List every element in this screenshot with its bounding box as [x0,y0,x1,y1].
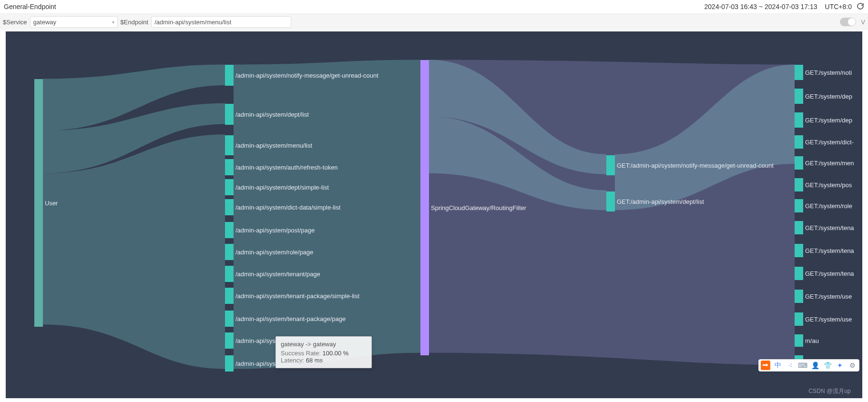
filter-bar: $Service gateway ▾ $Endpoint /admin-api/… [0,14,868,30]
sankey-node-endpoints-2[interactable]: /admin-api/system/menu/list [225,135,312,155]
sankey-node-bar [225,266,234,282]
sankey-node-label: GET:/system/tena [805,247,854,254]
sankey-node-bar [420,60,429,355]
sankey-node-endpoints-8[interactable]: /admin-api/system/tenant/page [225,266,320,282]
sankey-node-bar [795,65,803,80]
endpoint-input[interactable]: /admin-api/system/menu/list [151,16,291,28]
page-title: General-Endpoint [4,3,56,10]
chevron-down-icon: ▾ [112,20,114,25]
sankey-node-bar [795,267,803,280]
sankey-node-endpoints-10[interactable]: /admin-api/system/tenant-package/page [225,311,346,327]
timezone[interactable]: UTC+8:0 [825,3,852,10]
sankey-node-bar [795,135,803,149]
sankey-node-get_admin-1[interactable]: GET:/admin-api/system/dept/list [606,191,704,211]
shirt-icon[interactable]: 👕 [823,361,832,370]
sankey-node-label: User [45,200,58,207]
sankey-node-bar [795,334,803,347]
sankey-node-routing-0[interactable]: SpringCloudGateway/RoutingFilter [420,60,526,355]
sankey-node-label: GET:/system/use [805,316,852,323]
sankey-node-bar [795,178,803,191]
top-bar: General-Endpoint 2024-07-03 16:43 ~ 2024… [0,0,868,14]
sankey-node-bar [225,104,234,125]
sankey-node-get_system-10[interactable]: GET:/system/use [795,290,852,303]
sankey-node-bar [225,222,234,238]
sankey-node-user-0[interactable]: User [34,79,58,327]
service-select[interactable]: gateway ▾ [30,16,118,28]
view-toggle[interactable] [840,18,856,26]
sankey-node-bar [795,156,803,170]
sankey-node-label: GET:/system/role [805,202,852,210]
sankey-node-endpoints-6[interactable]: /admin-api/system/post/page [225,222,315,238]
sankey-node-endpoints-4[interactable]: /admin-api/system/dept/simple-list [225,179,329,195]
sankey-node-bar [606,191,615,211]
sankey-node-get_system-4[interactable]: GET:/system/men [795,156,854,170]
sankey-node-label: /admin-api/system/tenant-package/page [235,315,346,322]
watermark: CSDN @流月up [808,387,851,395]
sankey-node-endpoints-0[interactable]: /admin-api/system/notify-message/get-unr… [225,65,378,86]
sankey-node-label: /admin-api/system/dict-data/simple-list [235,204,340,211]
gear-icon[interactable]: ⚙ [848,361,857,370]
view-toggle-label: V [861,19,865,26]
sankey-node-bar [225,135,234,155]
sankey-node-label: GET:/system/dep [805,117,852,124]
sankey-node-label: /admin-api/system/role/page [235,249,313,256]
sankey-node-endpoints-5[interactable]: /admin-api/system/dict-data/simple-list [225,199,340,215]
sankey-node-bar [795,244,803,257]
sankey-node-label: /admin-api/system/user/page [235,337,315,344]
cmd-icon[interactable]: ⁖ [786,361,795,370]
sankey-node-get_system-2[interactable]: GET:/system/dep [795,112,852,128]
sankey-node-label: GET:/system/men [805,160,854,167]
sankey-node-label: /admin-api/system/dept/list [235,111,309,118]
sankey-node-get_system-6[interactable]: GET:/system/role [795,199,852,212]
service-value: gateway [33,19,56,26]
sankey-node-bar [795,112,803,128]
sankey-node-get_system-7[interactable]: GET:/system/tena [795,221,854,234]
sankey-node-endpoints-7[interactable]: /admin-api/system/role/page [225,244,313,260]
sankey-node-get_system-8[interactable]: GET:/system/tena [795,244,854,257]
sankey-node-endpoints-1[interactable]: /admin-api/system/dept/list [225,104,309,125]
keyboard-icon[interactable]: ⌨ [798,361,807,370]
sankey-node-bar [225,179,234,195]
sankey-node-bar [795,89,803,104]
sankey-node-label: /admin-api/system/tenant/page [235,271,320,278]
time-range[interactable]: 2024-07-03 16:43 ~ 2024-07-03 17:13 [705,3,817,10]
sankey-node-label: GET:/system/dict- [805,139,854,146]
sankey-node-bar [225,244,234,260]
sankey-node-bar [225,159,234,175]
sankey-node-label: /admin-api/system/dept/simple-list [235,184,329,191]
sankey-node-bar [795,221,803,234]
ai-icon[interactable]: ✦ [835,361,845,370]
sankey-node-label: SpringCloudGateway/RoutingFilter [431,204,526,211]
sankey-node-get_system-11[interactable]: GET:/system/use [795,312,852,326]
sankey-node-bar [795,312,803,326]
sankey-node-get_system-3[interactable]: GET:/system/dict- [795,135,854,149]
sankey-node-get_admin-0[interactable]: GET:/admin-api/system/notify-message/get… [606,155,774,175]
sankey-node-bar [795,199,803,212]
sankey-node-label: /admin-api/system/post/page [235,227,315,234]
sankey-node-label: /admin-api/system/auth/refresh-token [235,164,338,171]
sankey-node-get_system-0[interactable]: GET:/system/noti [795,65,852,80]
user-icon[interactable]: 👤 [810,361,820,370]
sankey-chart[interactable]: gateway -> gateway Success Rate: 100.00 … [0,30,868,402]
refresh-icon[interactable] [857,2,864,11]
service-label: $Service [3,19,27,26]
sankey-node-bar [225,288,234,304]
sankey-node-bar [225,355,234,372]
sankey-node-label: GET:/system/tena [805,224,854,231]
sankey-node-label: GET:/system/noti [805,69,852,76]
sankey-node-label: /admin-api/system/notify-message/get-unr… [235,72,378,79]
sankey-node-endpoints-3[interactable]: /admin-api/system/auth/refresh-token [225,159,338,175]
sankey-node-label: /admin-api/system/menu/list [235,142,312,149]
sankey-node-get_system-5[interactable]: GET:/system/pos [795,178,852,191]
app-icon[interactable]: ⮕ [761,361,770,370]
sankey-node-endpoints-11[interactable]: /admin-api/system/user/page [225,332,315,349]
sankey-node-endpoints-9[interactable]: /admin-api/system/tenant-package/simple-… [225,288,359,304]
sankey-node-get_system-12[interactable]: m/au [795,334,819,347]
sankey-node-endpoints-12[interactable]: /admin-api/system/user/simple-list [225,355,329,372]
sankey-node-label: GET:/admin-api/system/notify-message/get… [617,162,774,169]
sankey-node-label: GET:/system/dep [805,93,852,100]
lang-zh-icon[interactable]: 中 [773,361,783,370]
floating-toolbar: ⮕ 中 ⁖ ⌨ 👤 👕 ✦ ⚙ [758,359,859,372]
sankey-node-get_system-1[interactable]: GET:/system/dep [795,89,852,104]
sankey-node-get_system-9[interactable]: GET:/system/tena [795,267,854,280]
